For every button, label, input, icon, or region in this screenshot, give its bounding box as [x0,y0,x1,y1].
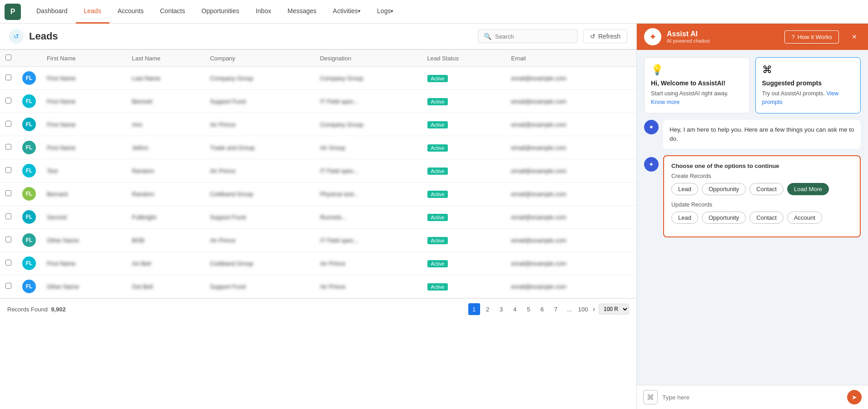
select-all-checkbox[interactable] [5,54,11,60]
refresh-button[interactable]: ↺ Refresh [583,30,627,43]
page-title: Leads [29,30,472,42]
cell-company: Support Fund [204,206,314,229]
ai-options-box: ✦ Choose one of the options to continue … [644,155,861,237]
table-row[interactable]: FL Other Name Out Bell Support Fund Air … [0,275,636,298]
search-bar[interactable]: 🔍 [478,30,578,43]
row-checkbox[interactable] [5,74,11,80]
row-checkbox[interactable] [5,213,11,219]
nav-opportunities[interactable]: Opportunities [193,0,248,24]
row-checkbox[interactable] [5,283,11,289]
create-lead-button[interactable]: Lead [671,183,698,195]
avatar: FL [22,187,36,201]
cell-firstname: First Name [41,67,126,90]
prompts-card-icon: ⌘ [762,64,854,76]
row-checkbox[interactable] [5,144,11,150]
cell-email: email@example.com [506,275,636,298]
row-checkbox[interactable] [5,190,11,196]
pagination-page-1[interactable]: 1 [468,303,480,315]
cell-firstname: First Name [41,252,126,275]
close-button[interactable]: × [848,30,861,43]
row-checkbox[interactable] [5,167,11,173]
row-checkbox[interactable] [5,121,11,127]
nav-items: Dashboard Leads Accounts Contacts Opport… [28,0,863,24]
welcome-card-text: Start using AssistAI right away. Know mo… [651,89,743,107]
table-row[interactable]: FL Second Fullbright Support Fund Runnel… [0,206,636,229]
app-logo[interactable]: P [5,4,21,20]
question-icon: ? [791,34,794,40]
pagination-page-4[interactable]: 4 [509,303,521,315]
table-row[interactable]: FL First Name Art Bell Coldband Group Ai… [0,252,636,275]
avatar: FL [22,280,36,293]
cell-status: Active [422,159,506,182]
bot-icon: ✦ [644,120,659,134]
cell-company: Coldband Group [204,182,314,206]
pagination-page-2[interactable]: 2 [482,303,494,315]
table-row[interactable]: FL First Name Bennett Support Fund IT Fi… [0,90,636,113]
avatar: FL [22,71,36,85]
update-contact-button[interactable]: Contact [749,212,784,224]
cell-lastname: Art Bell [126,252,204,275]
cell-firstname: Other Name [41,275,126,298]
table-row[interactable]: FL Test Random Air Prince IT Field spec.… [0,159,636,182]
nav-activities[interactable]: Activities [325,0,369,24]
table-row[interactable]: FL First Name Ann Air Prince Company Gro… [0,113,636,136]
cell-email: email@example.com [506,206,636,229]
pagination-page-3[interactable]: 3 [496,303,507,315]
pagination-page-6[interactable]: 6 [536,303,548,315]
cell-designation: Air Prince [314,275,422,298]
nav-dashboard[interactable]: Dashboard [28,0,76,24]
page-size-select[interactable]: 100 R [599,304,629,315]
avatar: FL [22,164,36,177]
nav-contacts[interactable]: Contacts [152,0,193,24]
status-badge: Active [427,214,448,221]
ai-send-button[interactable]: ➤ [847,390,862,404]
status-badge: Active [427,98,448,105]
know-more-link[interactable]: Know more [651,99,680,105]
row-checkbox[interactable] [5,98,11,103]
row-checkbox[interactable] [5,237,11,242]
create-opportunity-button[interactable]: Opportunity [702,183,746,195]
search-input[interactable] [495,33,563,40]
ai-footer-cmd-icon: ⌘ [643,390,658,404]
cell-firstname: Second [41,206,126,229]
ai-chat-input[interactable] [662,394,843,401]
ai-title: Assist AI [667,30,779,38]
ai-cards-row: 💡 Hi, Welcome to AssistAI! Start using A… [644,57,861,113]
update-account-button[interactable]: Account [787,212,822,224]
how-it-works-button[interactable]: ? How it Works [784,30,839,44]
status-badge: Active [427,237,448,244]
table-row[interactable]: FL Bernard Random Coldband Group Physica… [0,182,636,206]
pagination-page-100[interactable]: 100 [577,303,589,315]
update-opportunity-button[interactable]: Opportunity [702,212,746,224]
cell-status: Active [422,67,506,90]
cell-status: Active [422,229,506,252]
cell-designation: Air Prince [314,252,422,275]
assist-ai-panel: ✦ Assist AI AI powered chatbot ? How it … [636,24,868,409]
next-page-button[interactable]: › [593,305,595,313]
nav-inbox[interactable]: Inbox [248,0,279,24]
pagination-page-5[interactable]: 5 [523,303,535,315]
pagination-page-7[interactable]: 7 [550,303,562,315]
cell-company: Coldband Group [204,252,314,275]
table-row[interactable]: FL First Name Last Name Company Group Co… [0,67,636,90]
cell-firstname: Other Name [41,229,126,252]
create-contact-button[interactable]: Contact [749,183,784,195]
col-firstname: First Name [41,50,126,67]
table-row[interactable]: FL Other Name BOB Air Prince IT Field sp… [0,229,636,252]
nav-leads[interactable]: Leads [76,0,109,24]
welcome-card-icon: 💡 [651,64,743,76]
avatar: FL [22,233,36,247]
cell-firstname: Test [41,159,126,182]
table-row[interactable]: FL First Name Jethro Trade and Group Air… [0,136,636,159]
cell-status: Active [422,90,506,113]
update-lead-button[interactable]: Lead [671,212,698,224]
status-badge: Active [427,283,448,291]
cell-email: email@example.com [506,67,636,90]
row-checkbox[interactable] [5,260,11,266]
load-more-button[interactable]: Load More [787,183,829,195]
nav-accounts[interactable]: Accounts [109,0,152,24]
nav-logs[interactable]: Logs [369,0,402,24]
cell-lastname: Fullbright [126,206,204,229]
avatar: FL [22,118,36,131]
nav-messages[interactable]: Messages [279,0,325,24]
